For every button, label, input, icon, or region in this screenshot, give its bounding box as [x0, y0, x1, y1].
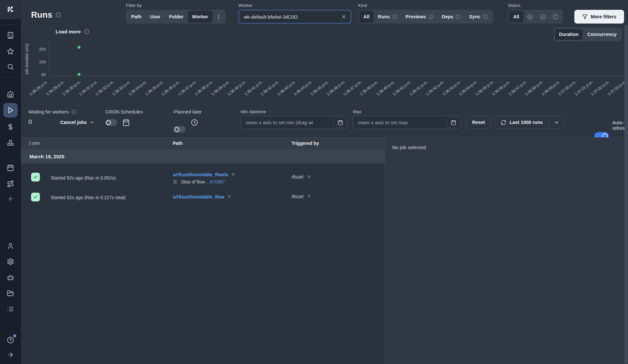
worker-input[interactable] [238, 10, 351, 24]
vertical-scrollbar[interactable] [624, 25, 628, 364]
max-datetime-picker-button[interactable] [447, 117, 460, 128]
last-runs-label: Last 1000 runs [510, 120, 543, 125]
job-path-link[interactable]: u/rfiszel/inviolable_flow/a [173, 172, 228, 177]
sidebar-item-create[interactable] [3, 192, 18, 206]
sidebar-item-expand[interactable] [3, 348, 18, 362]
jobs-table: 2 jobs Path Triggered by March 19, 2025 … [21, 138, 385, 364]
user-icon [7, 242, 14, 250]
kind-label: Kind [358, 3, 367, 8]
job-path-link[interactable]: u/rfiszel/inviolable_flow [173, 194, 224, 199]
clear-worker-icon[interactable] [341, 14, 346, 19]
last-runs-dropdown-button[interactable] [549, 116, 564, 129]
status-option-all[interactable]: All [509, 11, 524, 23]
check-circle-icon [540, 14, 546, 20]
date-group-label: March 19, 2025 [29, 154, 64, 159]
chart-view-duration[interactable]: Duration [554, 28, 583, 40]
info-icon [483, 14, 488, 19]
sidebar-item-schedules[interactable] [3, 161, 18, 175]
load-more-label: Load more [56, 29, 81, 34]
kind-option-previews[interactable]: Previews [401, 11, 438, 23]
reset-button[interactable]: Reset [466, 116, 491, 129]
sidebar-item-variables[interactable] [3, 120, 18, 134]
info-icon [428, 14, 433, 19]
min-datetime-input[interactable] [241, 116, 348, 129]
dollar-icon [7, 123, 14, 130]
add-filter-icon[interactable] [307, 194, 311, 199]
max-datetime-input[interactable] [353, 116, 461, 129]
y-axis-label: job duration (ms) [25, 33, 29, 85]
calendar-icon [451, 120, 456, 125]
kind-option-runs[interactable]: Runs [374, 11, 401, 23]
success-status-badge [31, 173, 40, 182]
notification-badge [12, 334, 17, 338]
table-row[interactable]: Started 52s ago (Ran in 0.227s total) u/… [21, 188, 385, 207]
sidebar-item-workers[interactable] [3, 270, 18, 285]
clock-icon[interactable] [191, 119, 198, 126]
sidebar-item-home[interactable] [3, 87, 18, 101]
filter-option-folder[interactable]: Folder [165, 11, 188, 23]
sidebar-item-users[interactable] [3, 239, 18, 253]
kind-option-runs-label: Runs [378, 14, 390, 19]
boxes-icon [7, 139, 14, 147]
status-option-running[interactable] [524, 11, 536, 23]
calendar-icon[interactable] [122, 119, 130, 126]
robot-icon [7, 274, 14, 281]
x-axis-tick-label: 1:37:03 p.m. [607, 79, 627, 96]
y-axis-line [49, 42, 49, 76]
home-icon [7, 91, 14, 98]
date-group-row: March 19, 2025 [21, 150, 385, 164]
planned-later-toggle[interactable] [174, 126, 185, 133]
play-circle-icon [527, 14, 533, 20]
sidebar-item-favorites[interactable] [3, 44, 18, 59]
info-icon [84, 29, 89, 34]
filter-option-user[interactable]: User [146, 11, 165, 23]
last-runs-button[interactable]: Last 1000 runs [495, 116, 549, 129]
add-filter-icon[interactable] [227, 195, 232, 199]
kind-option-all[interactable]: All [359, 11, 374, 23]
windmill-logo[interactable] [0, 0, 21, 19]
job-duration-point[interactable] [78, 46, 80, 49]
sidebar-item-workspace[interactable] [3, 28, 18, 43]
kind-option-sync[interactable]: Sync [465, 11, 492, 23]
add-filter-icon[interactable] [231, 172, 236, 177]
add-filter-icon[interactable] [307, 175, 311, 179]
sidebar-item-settings[interactable] [3, 254, 18, 269]
max-datetime-wrap [353, 116, 461, 129]
min-datetime-wrap [241, 116, 348, 129]
cron-schedules-toggle[interactable] [105, 119, 117, 126]
chart-view-concurrency[interactable]: Concurrency [583, 28, 621, 40]
flow-step-link[interactable]: ...57c667 [206, 179, 225, 184]
sidebar-item-runs[interactable] [3, 103, 18, 117]
filter-option-path[interactable]: Path [127, 11, 146, 23]
cancel-jobs-dropdown[interactable]: Cancel jobs [60, 120, 95, 125]
min-datetime-picker-button[interactable] [334, 117, 347, 128]
page-title-text: Runs [31, 10, 52, 20]
job-path: u/rfiszel/inviolable_flow/a [173, 172, 236, 177]
status-segmented: All [508, 10, 563, 24]
info-icon[interactable] [56, 12, 61, 18]
filter-option-worker[interactable]: Worker [188, 11, 213, 23]
kind-option-deps[interactable]: Deps [438, 11, 465, 23]
status-option-failure[interactable] [549, 11, 562, 23]
building-icon [7, 32, 14, 39]
calendar-icon [338, 120, 343, 125]
sidebar-item-folders[interactable] [3, 286, 18, 301]
sidebar-item-audit-logs[interactable] [3, 302, 18, 316]
toggle-knob [174, 127, 179, 132]
more-filters-button[interactable]: More filters [574, 10, 624, 24]
load-more[interactable]: Load more [56, 29, 89, 34]
status-option-success[interactable] [536, 11, 549, 23]
job-duration-point[interactable] [78, 73, 80, 76]
triggered-by-user: rfiszel [291, 174, 304, 180]
sidebar-item-resources[interactable] [3, 136, 18, 150]
sidebar-item-search[interactable] [3, 60, 18, 74]
kind-option-deps-label: Deps [442, 14, 453, 19]
bottom-section: 2 jobs Path Triggered by March 19, 2025 … [21, 137, 624, 364]
sidebar-item-triggers[interactable] [3, 177, 18, 191]
filter-more-options-button[interactable] [213, 11, 225, 23]
sidebar [0, 0, 21, 364]
sidebar-item-help[interactable] [3, 333, 18, 347]
x-axis-line [49, 76, 624, 76]
waiting-count: 0 [28, 118, 32, 126]
table-row[interactable]: Started 52s ago (Ran in 0.052s) u/rfisze… [21, 164, 385, 188]
